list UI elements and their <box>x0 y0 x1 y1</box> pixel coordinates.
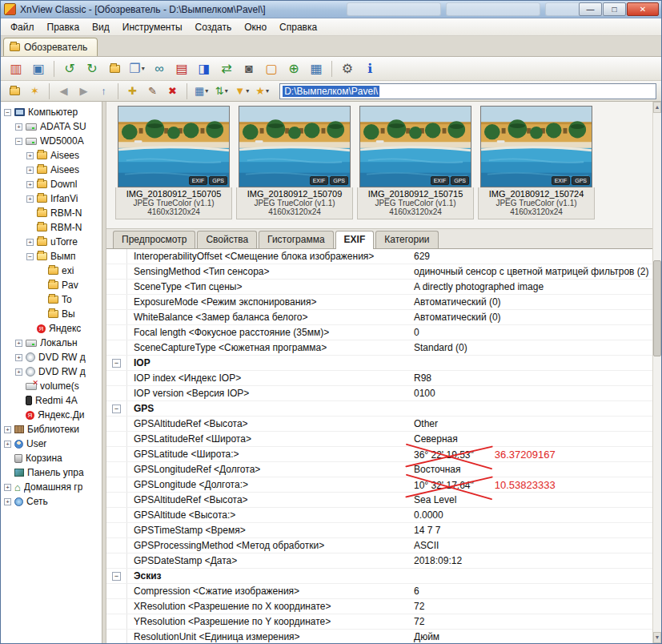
tab-browser[interactable]: Обозреватель <box>3 38 98 56</box>
scrollbar-thumb[interactable] <box>653 260 661 356</box>
print-button[interactable]: ▤ <box>171 59 192 78</box>
exif-row[interactable]: IOP version <Версия IOP>0100 <box>106 386 652 401</box>
thumbnail-cell[interactable]: EXIFGPSIMG_20180912_150709JPEG TrueColor… <box>235 106 354 228</box>
tree-item[interactable]: +ADATA SU <box>1 119 102 134</box>
exif-row[interactable]: GPSDateStamp <Дата>2018:09:12 <box>106 553 652 569</box>
tree-item[interactable]: +Сеть <box>1 494 102 509</box>
tree-item[interactable]: +IrfanVi <box>1 191 102 206</box>
expand-icon[interactable]: + <box>4 484 11 491</box>
menu-item-0[interactable]: Файл <box>4 19 41 35</box>
image-view-button[interactable]: ▣ <box>28 59 49 78</box>
scroll-up-button[interactable]: ▲ <box>653 102 661 113</box>
tree-item[interactable]: Корзина <box>1 451 102 465</box>
tab-categories[interactable]: Категории <box>375 231 438 248</box>
expand-icon[interactable]: + <box>4 498 11 505</box>
exif-row[interactable]: GPSLatitudeRef <Широта>Северная <box>106 432 652 447</box>
expand-icon[interactable]: + <box>4 426 11 433</box>
expand-icon[interactable]: + <box>26 239 34 246</box>
exif-row[interactable]: XResolution <Разрешение по X координате>… <box>106 599 652 614</box>
info-button[interactable]: ℹ <box>359 59 380 78</box>
tree-item[interactable]: +Локальн <box>1 336 102 350</box>
up-button[interactable]: ↑ <box>94 83 113 100</box>
exif-row[interactable]: GPSAltitude <Высота:>0.0000 <box>106 508 652 523</box>
tab-exif[interactable]: EXIF <box>335 231 375 249</box>
tree-item[interactable]: +uTorre <box>1 235 102 249</box>
thumbnail-image[interactable]: EXIFGPS <box>359 106 471 187</box>
address-input[interactable]: D:\Вымпелком\Pavel\ <box>279 83 656 99</box>
minimize-button[interactable]: — <box>579 2 602 16</box>
thumbnail-cell[interactable]: EXIFGPSIMG_20180912_150705JPEG TrueColor… <box>114 106 233 228</box>
exif-row[interactable]: ResolutionUnit <Единица измерения>Дюйм <box>106 630 652 643</box>
expand-icon[interactable]: + <box>4 441 11 448</box>
tree-item[interactable]: +DVD RW д <box>1 364 102 379</box>
tree-item[interactable]: Pav <box>1 278 102 292</box>
tab-preview[interactable]: Предпросмотр <box>113 231 195 248</box>
exif-row[interactable]: GPSProcessingMethod <Метод обработки>ASC… <box>106 538 652 553</box>
tree-item[interactable]: +Aisees <box>1 163 102 177</box>
open-folder-button[interactable] <box>104 59 125 78</box>
tree-item[interactable]: Вы <box>1 307 102 321</box>
sort-button[interactable]: ⇅▾ <box>212 83 231 100</box>
thumbnail-cell[interactable]: EXIFGPSIMG_20180912_150724JPEG TrueColor… <box>477 106 596 228</box>
favorites-add-button[interactable]: ✶ <box>26 83 44 100</box>
tree-item[interactable]: +Библиотеки <box>1 422 102 437</box>
expand-icon[interactable]: + <box>26 181 34 188</box>
menu-item-5[interactable]: Окно <box>238 19 273 35</box>
maximize-button[interactable]: □ <box>603 2 626 16</box>
tab-properties[interactable]: Свойства <box>197 231 257 248</box>
exif-row[interactable]: GPSAltitudeRef <Высота>Other <box>106 417 652 432</box>
thumbnail-cell[interactable]: EXIFGPSIMG_20180912_150715JPEG TrueColor… <box>356 106 475 228</box>
exif-group-row[interactable]: −IOP <box>106 356 652 371</box>
menu-item-1[interactable]: Правка <box>41 19 86 35</box>
tab-histogram[interactable]: Гистограмма <box>259 231 333 248</box>
forward-button[interactable]: ▶ <box>74 83 93 100</box>
exif-row[interactable]: Compression <Сжатие изображения>6 <box>106 584 652 599</box>
expand-icon[interactable]: + <box>15 368 22 376</box>
expand-icon[interactable]: + <box>15 340 22 347</box>
settings-button[interactable]: ⚙ <box>337 59 358 78</box>
tree-item[interactable]: −WD5000A <box>1 134 102 148</box>
tree-item[interactable]: RBM-N <box>1 220 102 235</box>
expand-icon[interactable]: + <box>26 195 34 203</box>
rotate-button[interactable]: ↻ <box>82 59 102 78</box>
exif-row[interactable]: SensingMethod <Тип сенсора>одиночный сен… <box>106 264 652 280</box>
exif-row[interactable]: GPSTimeStamp <Время>14 7 7 <box>106 523 652 538</box>
tree-item[interactable]: +User <box>1 437 102 451</box>
collapse-icon[interactable]: − <box>4 109 11 116</box>
tree-item[interactable]: +DVD RW д <box>1 350 102 364</box>
screen-button[interactable]: ▢ <box>261 59 282 78</box>
exif-row[interactable]: GPSAltitudeRef <Высота>Sea Level <box>106 493 652 508</box>
copy-page-button[interactable]: ❐▾ <box>126 59 147 78</box>
tree-item[interactable]: To <box>1 292 102 307</box>
tree-item[interactable]: +Aisees <box>1 148 102 163</box>
capture-button[interactable]: ◙ <box>239 59 259 78</box>
batch-convert-button[interactable]: ⇄ <box>216 59 237 78</box>
favorites-button[interactable]: ★▾ <box>253 83 271 100</box>
close-button[interactable]: ✕ <box>627 2 659 16</box>
web-button[interactable]: ⊕ <box>283 59 304 78</box>
edit-button[interactable]: ✎ <box>143 83 162 100</box>
tree-item[interactable]: −Вымп <box>1 249 102 264</box>
exif-row[interactable]: GPSLongitude <Долгота:>10° 32' 17.64"10.… <box>106 477 652 493</box>
thumbnails-button[interactable]: ▦ <box>306 59 327 78</box>
back-button[interactable]: ◀ <box>54 83 73 100</box>
title-bar[interactable]: XnView Classic - [Обозреватель - D:\Вымп… <box>1 1 661 18</box>
tree-item[interactable]: volume(s <box>1 379 102 393</box>
expand-icon[interactable]: + <box>26 152 34 159</box>
menu-item-4[interactable]: Создать <box>189 19 239 35</box>
thumbnail-image[interactable]: EXIFGPS <box>239 106 351 187</box>
exif-row[interactable]: IOP index <Индекс IOP>R98 <box>106 371 652 386</box>
scrollbar-track[interactable] <box>653 113 661 632</box>
filter-button[interactable]: ▼▾ <box>232 83 251 100</box>
exif-row[interactable]: GPSLatitude <Широта:>36° 22' 19.53"36.37… <box>106 447 652 462</box>
tree-item[interactable]: Яндекс.Ди <box>1 408 102 422</box>
thumbnail-image[interactable]: EXIFGPS <box>118 106 230 187</box>
exif-row[interactable]: WhiteBalance <Замер баланса белого>Автом… <box>106 310 652 325</box>
exif-row[interactable]: Focal length <Фокусное расстояние (35мм)… <box>106 325 652 340</box>
refresh-button[interactable]: ↺ <box>59 59 80 78</box>
vertical-scrollbar[interactable]: ▲ ▼ <box>652 102 661 643</box>
menu-item-6[interactable]: Справка <box>273 19 323 35</box>
tree-item[interactable]: +Downl <box>1 177 102 191</box>
thumbnail-image[interactable]: EXIFGPS <box>480 106 592 187</box>
view-mode-button[interactable]: ▦▾ <box>192 83 211 100</box>
